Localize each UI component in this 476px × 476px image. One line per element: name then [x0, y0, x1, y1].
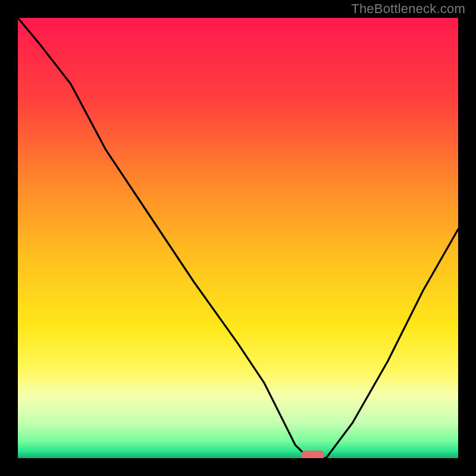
watermark-label: TheBottleneck.com — [351, 1, 465, 17]
chart-frame: TheBottleneck.com — [0, 0, 476, 476]
plot-area — [18, 18, 458, 458]
optimal-marker — [302, 450, 324, 458]
bottleneck-chart — [18, 18, 458, 458]
gradient-background — [18, 18, 458, 458]
